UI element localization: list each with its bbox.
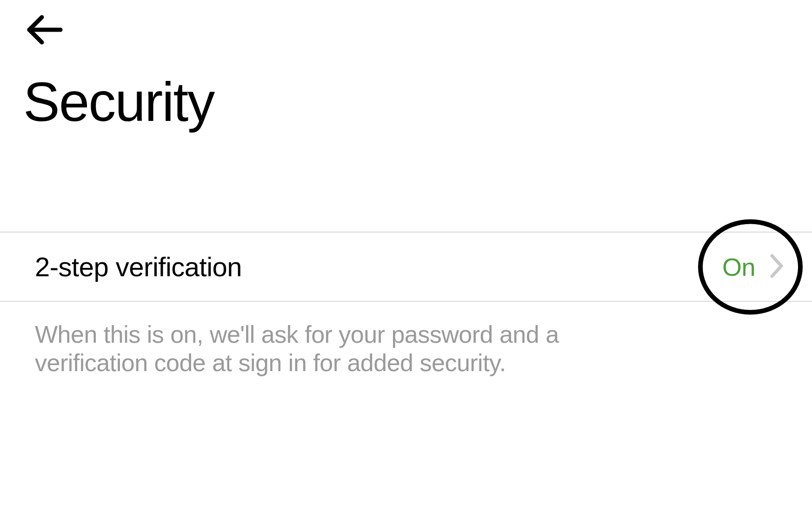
two-step-description: When this is on, we'll ask for your pass… <box>0 302 605 378</box>
row-right: On <box>722 253 784 281</box>
back-button[interactable] <box>23 9 65 51</box>
chevron-right-icon <box>769 253 784 281</box>
header: Security <box>0 0 812 129</box>
two-step-label: 2-step verification <box>35 251 242 282</box>
two-step-verification-row[interactable]: 2-step verification On <box>0 233 812 302</box>
settings-list: 2-step verification On <box>0 232 812 302</box>
arrow-left-icon <box>26 13 63 47</box>
page-title: Security <box>23 74 789 129</box>
two-step-status: On <box>722 253 755 281</box>
